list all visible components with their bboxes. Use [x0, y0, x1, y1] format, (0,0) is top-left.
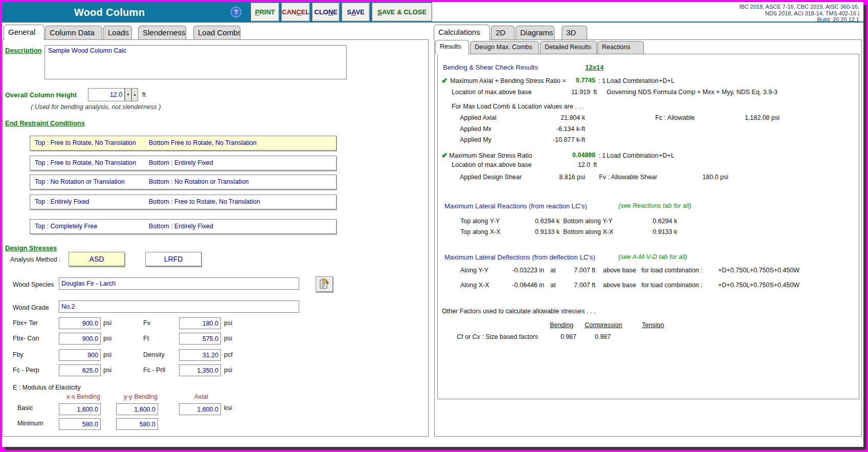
axial-location-label: Location of max.above base: [452, 89, 531, 96]
reaction-top-yy-value: 0.6294 k: [503, 218, 560, 225]
e-min-yy-input[interactable]: [116, 418, 158, 430]
help-icon[interactable]: ?: [231, 7, 241, 17]
check-icon: ✔: [441, 76, 448, 84]
check-icon: ✔: [441, 151, 448, 159]
tab-loads[interactable]: Loads: [103, 26, 132, 39]
subtab-results[interactable]: Results: [435, 40, 469, 54]
factors-col-bending: Bending: [550, 321, 573, 329]
modulus-label: E : Modulus of Elasticity: [13, 384, 81, 391]
factors-col-compression: Compression: [585, 321, 622, 329]
fc-prll-unit: psi: [224, 367, 232, 374]
fc-perp-input[interactable]: [59, 364, 101, 376]
wood-grade-input[interactable]: [59, 300, 299, 313]
tab-3d[interactable]: 3D: [562, 26, 587, 39]
deflection-yy-axis: Along Y-Y: [460, 267, 488, 274]
save-close-button[interactable]: SAVE & CLOSE: [372, 3, 432, 21]
tab-load-combs[interactable]: Load Combs: [193, 26, 240, 39]
modulus-col-axial: Axial: [194, 393, 208, 400]
deflection-xx-dist: 7.007 ft: [560, 282, 595, 289]
fby-input[interactable]: [59, 349, 101, 361]
axial-ratio-suffix: : 1: [598, 77, 606, 84]
fbx-con-input[interactable]: [59, 333, 101, 345]
ft-label: Ft: [143, 335, 149, 342]
modulus-col-xx: x-x Bending: [66, 393, 100, 400]
asd-button[interactable]: ASD: [69, 252, 125, 266]
lrfd-button[interactable]: LRFD: [145, 252, 202, 266]
tab-slenderness[interactable]: Slenderness: [138, 26, 186, 39]
end-restraints-label: End Restraint Conditions: [5, 119, 85, 127]
spin-down-button[interactable]: ▼: [125, 88, 131, 101]
applied-my-label: Applied My: [460, 136, 492, 143]
applied-shear-value: 8.816 psi: [514, 174, 585, 181]
governing-formula-label: Governing NDS Formula: [607, 89, 677, 96]
shear-location-unit: ft: [593, 161, 597, 168]
shear-lc-value: +D+L: [659, 152, 675, 159]
building-codes-text: IBC 2018, ASCE 7-16, CBC 2019, AISC 360-…: [736, 4, 859, 23]
reaction-top-yy-label: Top along Y-Y: [460, 218, 500, 225]
shear-ratio-value: 0.04898: [544, 152, 595, 159]
reaction-bottom-xx-value: 0.9133 k: [626, 228, 677, 235]
e-basic-xx-input[interactable]: [59, 403, 101, 415]
deflection-xx-axis: Along X-X: [460, 282, 489, 289]
fbx-ter-input[interactable]: [59, 317, 101, 329]
density-input[interactable]: [179, 349, 221, 361]
deflection-xx-above: above base: [603, 282, 636, 289]
fbx-con-unit: psi: [103, 335, 112, 342]
factors-row-label: Cf or Cv : Size based factors: [457, 333, 538, 340]
subtab-design-max-combs[interactable]: Design Max. Combs: [470, 41, 539, 54]
fc-allowable-value: 1,182.08 psi: [713, 114, 780, 121]
fc-perp-label: Fc - Perp: [13, 367, 39, 374]
factors-compression-value: 0.987: [570, 333, 611, 340]
restraint-bottom-label: Bottom : No Rotation or Translation: [149, 178, 249, 185]
ft-input[interactable]: [179, 333, 221, 345]
clone-button[interactable]: CLONE: [312, 3, 340, 21]
restraint-option-4[interactable]: Top : Entirely Fixed Bottom : Free to Ro…: [30, 195, 337, 209]
fv-allowable-label: Fv : Allowable Shear: [599, 174, 657, 181]
save-button[interactable]: SAVE: [342, 3, 370, 21]
e-min-xx-input[interactable]: [59, 418, 101, 430]
factors-col-tension: Tension: [642, 321, 664, 329]
general-panel: [3, 39, 429, 437]
restraint-option-3[interactable]: Top : No Rotation or Translation Bottom …: [30, 175, 337, 189]
application-window: Wood Column ? PRINT CANCEL CLONE SAVE SA…: [2, 2, 863, 447]
applied-mx-label: Applied Mx: [460, 125, 492, 133]
tab-diagrams[interactable]: Diagrams: [516, 26, 554, 39]
fc-prll-input[interactable]: [179, 364, 221, 376]
axial-location-value: 11.919: [539, 89, 590, 96]
subtab-detailed-results[interactable]: Detailed Results: [540, 41, 597, 54]
restraint-option-2[interactable]: Top : Free to Rotate, No Translation Bot…: [30, 156, 337, 170]
reaction-top-xx-label: Top along X-X: [460, 228, 501, 235]
subtab-reactions[interactable]: Reactions: [597, 41, 644, 54]
description-input[interactable]: Sample Wood Column Calc: [44, 45, 347, 79]
column-height-input[interactable]: [88, 88, 125, 101]
deflection-yy-dist: 7.007 ft: [560, 267, 595, 274]
e-basic-axial-input[interactable]: [179, 403, 221, 415]
fv-input[interactable]: [179, 317, 221, 329]
tab-column-data[interactable]: Column Data: [45, 26, 102, 39]
cancel-button[interactable]: CANCEL: [281, 3, 310, 21]
shear-ratio-suffix: : 1: [598, 152, 606, 159]
print-button[interactable]: PRINT: [251, 3, 279, 21]
species-list-button[interactable]: [316, 276, 333, 292]
axial-lc-label: Load Combination: [607, 77, 658, 84]
deflection-yy-combo: +D+0.750L+0.750S+0.450W: [718, 267, 799, 274]
restraint-bottom-label: Bottom : Entirely Fixed: [149, 223, 213, 230]
wood-species-label: Wood Species: [13, 281, 54, 288]
shear-location-label: Location of max.above base: [452, 161, 531, 168]
restraint-option-5[interactable]: Top : Completely Free Bottom : Entirely …: [30, 219, 337, 234]
reaction-bottom-yy-label: Bottom along Y-Y: [563, 218, 613, 225]
spin-up-button[interactable]: ▲: [131, 88, 138, 101]
tab-2d[interactable]: 2D: [491, 26, 515, 39]
tab-calculations[interactable]: Calculations: [434, 25, 490, 40]
axial-lc-value: +D+L: [659, 77, 675, 84]
shear-lc-label: Load Combination: [607, 152, 658, 159]
restraint-option-1[interactable]: Top : Free to Rotate, No Translation Bot…: [30, 136, 337, 150]
deflection-xx-at: at: [550, 282, 555, 289]
applied-shear-label: Applied Design Shear: [460, 174, 522, 181]
tab-general[interactable]: General: [4, 25, 44, 40]
wood-species-input[interactable]: [59, 277, 299, 290]
fc-perp-unit: psi: [103, 367, 112, 374]
e-basic-yy-input[interactable]: [116, 403, 158, 415]
restraint-bottom-label: Bottom : Free to Rotate, No Translation: [149, 198, 260, 205]
design-stresses-label: Design Stresses: [5, 244, 57, 252]
